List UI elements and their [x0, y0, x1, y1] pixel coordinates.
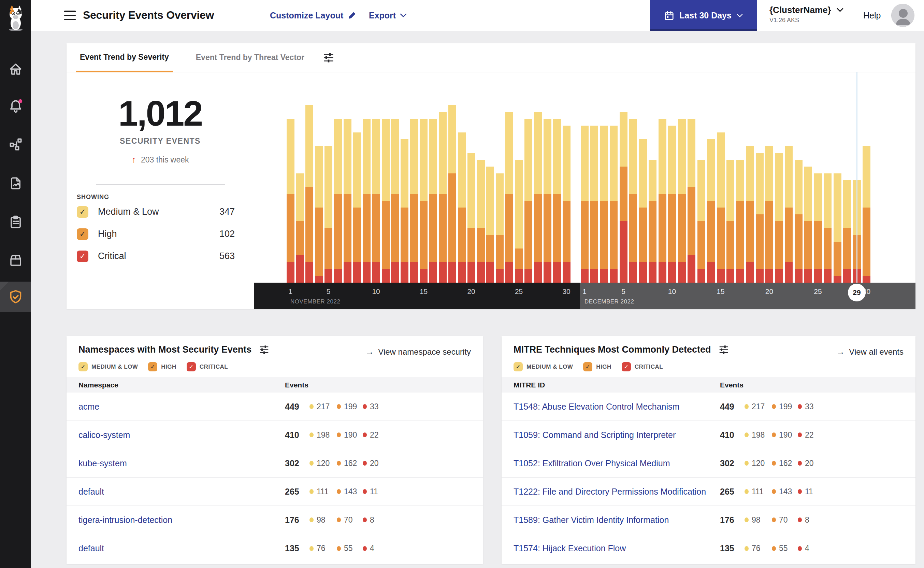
sidebar-item-alerts[interactable] [0, 91, 31, 121]
chart-bar[interactable] [363, 119, 371, 282]
chart-bar[interactable] [486, 166, 494, 282]
sliders-settings-icon[interactable] [719, 345, 729, 354]
sidebar-item-images[interactable] [0, 245, 31, 276]
chart-bar[interactable] [824, 174, 832, 282]
chart-bar[interactable] [344, 119, 351, 282]
checkbox-critical[interactable]: ✓ [77, 251, 88, 262]
selected-day-marker[interactable]: 29 [848, 284, 866, 301]
mitre-technique-link[interactable]: T1574: Hijack Execution Flow [514, 544, 720, 553]
checkbox-medium[interactable]: ✓ [77, 206, 88, 218]
chart-bar[interactable] [410, 119, 418, 282]
customize-layout-button[interactable]: Customize Layout [270, 11, 357, 21]
chart-bar[interactable] [439, 112, 447, 282]
chart-bar[interactable] [834, 174, 841, 282]
chart-bar[interactable] [581, 125, 589, 282]
chart-bar[interactable] [746, 146, 754, 282]
checkbox-critical[interactable]: ✓ [187, 362, 196, 372]
hamburger-menu-icon[interactable] [64, 11, 76, 20]
filter-critical[interactable]: ✓CRITICAL [622, 362, 663, 372]
chart-bar[interactable] [698, 160, 705, 282]
view-namespace-security-link[interactable]: → View namespace security [365, 346, 471, 357]
export-button[interactable]: Export [369, 11, 407, 21]
checkbox-high[interactable]: ✓ [77, 228, 88, 240]
namespace-link[interactable]: default [78, 487, 285, 497]
chart-bar[interactable] [687, 119, 695, 282]
view-all-events-link[interactable]: → View all events [836, 346, 903, 357]
chart-bar[interactable] [324, 146, 332, 282]
chart-bar[interactable] [804, 166, 812, 282]
chart-bar[interactable] [467, 153, 475, 282]
chart-bar[interactable] [382, 119, 390, 282]
chart-bar[interactable] [429, 119, 437, 282]
chart-bar[interactable] [649, 160, 657, 282]
chart-bar[interactable] [515, 160, 523, 282]
chart-bar[interactable] [458, 133, 466, 282]
checkbox-high[interactable]: ✓ [583, 362, 592, 372]
chart-bar[interactable] [659, 119, 666, 282]
chart-bar[interactable] [862, 146, 870, 282]
namespace-link[interactable]: calico-system [78, 430, 285, 440]
chart-bar[interactable] [765, 146, 773, 282]
sidebar-item-threat-defense[interactable] [0, 282, 31, 312]
sidebar-item-service-graph[interactable] [0, 129, 31, 160]
chart-bar[interactable] [639, 139, 647, 282]
chart-bar[interactable] [534, 112, 542, 282]
chart-bar[interactable] [477, 160, 485, 282]
chart-bar[interactable] [785, 146, 793, 282]
filter-high[interactable]: ✓HIGH [148, 362, 176, 372]
chart-bar[interactable] [756, 153, 764, 282]
sidebar-item-home[interactable] [0, 54, 31, 85]
mitre-technique-link[interactable]: T1589: Gather Victim Identity Informatio… [514, 515, 720, 525]
chart-bar[interactable] [315, 146, 323, 282]
checkbox-critical[interactable]: ✓ [622, 362, 631, 372]
sidebar-item-compliance[interactable] [0, 207, 31, 237]
namespace-link[interactable]: default [78, 544, 285, 553]
user-avatar[interactable] [891, 4, 915, 27]
tab-event-trend-by-severity[interactable]: Event Trend by Severity [76, 43, 173, 73]
chart-bar[interactable] [334, 119, 342, 282]
namespace-link[interactable]: acme [78, 402, 285, 412]
chart-bar[interactable] [668, 125, 676, 282]
sliders-settings-icon[interactable] [259, 345, 269, 354]
chart-bar[interactable] [707, 139, 715, 282]
filter-critical[interactable]: ✓CRITICAL [187, 362, 228, 372]
chart-bar[interactable] [353, 133, 361, 282]
chart-bar[interactable] [775, 153, 783, 282]
chart-bar[interactable] [600, 125, 608, 282]
chart-bar[interactable] [305, 105, 313, 282]
chart-bar[interactable] [448, 105, 456, 282]
cluster-selector[interactable]: {ClusterName} V1.26 AKS [769, 5, 844, 24]
chart-bar[interactable] [391, 119, 399, 282]
mitre-technique-link[interactable]: T1052: Exfiltration Over Physical Medium [514, 458, 720, 468]
chart-bar[interactable] [420, 119, 428, 282]
namespace-link[interactable]: kube-system [78, 458, 285, 468]
chart-bar[interactable] [296, 174, 304, 282]
chart-bar[interactable] [401, 139, 408, 282]
chart-bar[interactable] [496, 174, 503, 282]
chart-bar[interactable] [717, 133, 725, 282]
chart-bar[interactable] [814, 174, 822, 282]
chart-bar[interactable] [553, 119, 561, 282]
mitre-technique-link[interactable]: T1059: Command and Scripting Interpreter [514, 430, 720, 440]
help-link[interactable]: Help [863, 11, 881, 21]
tab-event-trend-by-threat-vector[interactable]: Event Trend by Threat Vector [192, 43, 309, 72]
chart-bar[interactable] [629, 119, 637, 282]
filter-medium[interactable]: ✓MEDIUM & LOW [514, 362, 573, 372]
chart-bar[interactable] [544, 119, 552, 282]
chart-bar[interactable] [736, 160, 744, 282]
mitre-technique-link[interactable]: T1222: File and Directory Permissions Mo… [514, 487, 720, 497]
filter-high[interactable]: ✓HIGH [583, 362, 612, 372]
chart-bar[interactable] [678, 119, 686, 282]
checkbox-medium[interactable]: ✓ [514, 362, 523, 372]
chart-bar[interactable] [505, 112, 513, 282]
date-range-button[interactable]: Last 30 Days [650, 0, 757, 31]
chart-bar[interactable] [525, 119, 532, 282]
chart-bar[interactable] [610, 125, 618, 282]
chart-bar[interactable] [286, 119, 294, 282]
chart-bar[interactable] [620, 112, 627, 282]
chart-bar[interactable] [590, 125, 598, 282]
chart-bar[interactable] [563, 125, 570, 282]
checkbox-high[interactable]: ✓ [148, 362, 157, 372]
chart-bar[interactable] [372, 119, 380, 282]
mitre-technique-link[interactable]: T1548: Abuse Elevation Control Mechanism [514, 402, 720, 412]
